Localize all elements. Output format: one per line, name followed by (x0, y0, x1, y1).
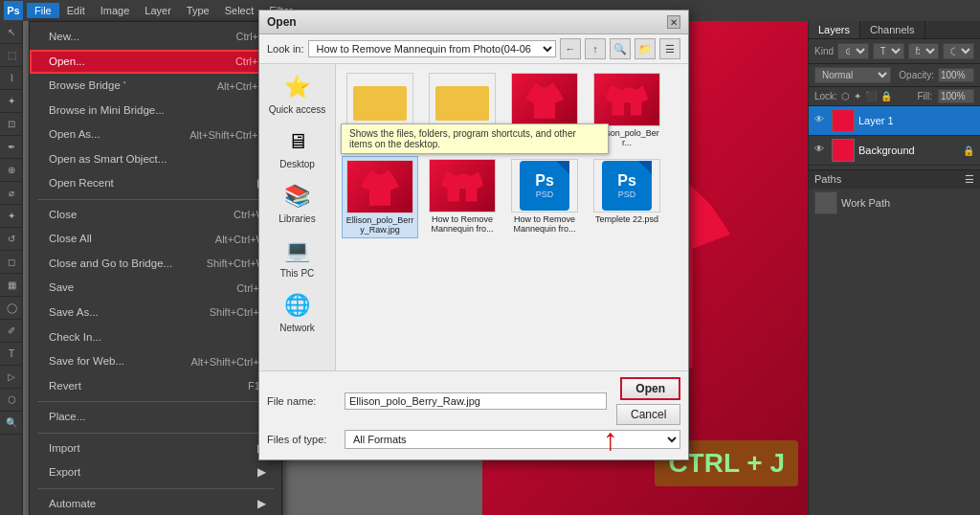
tool-clone[interactable]: ✦ (0, 205, 23, 228)
sidebar-quick-access[interactable]: ⭐ Quick access (263, 72, 331, 115)
layer-item-layer1[interactable]: 👁 Layer 1 (809, 106, 980, 136)
file-how-to-jpg[interactable]: How to Remove Mannequin fro... (424, 156, 501, 238)
filetype-select[interactable]: All Formats (345, 430, 680, 449)
tool-history[interactable]: ↺ (0, 228, 23, 251)
panel-kind-row: Kind ⊙ T fx ⬡ (809, 39, 980, 64)
sidebar-network[interactable]: 🌐 Network (263, 290, 331, 333)
desktop-label: Desktop (279, 159, 315, 169)
lock-icon1[interactable]: ⬡ (841, 91, 850, 101)
menu-import[interactable]: Import ▶ (30, 437, 281, 461)
open-button[interactable]: Open (620, 377, 680, 400)
menu-automate[interactable]: Automate ▶ (30, 492, 281, 515)
sidebar-libraries[interactable]: 📚 Libraries (263, 181, 331, 224)
menu-close-all[interactable]: Close All Alt+Ctrl+W (30, 227, 281, 252)
filetype-row: Files of type: All Formats (267, 430, 680, 449)
tab-layers[interactable]: Layers (809, 21, 860, 38)
kind-t-select[interactable]: T (873, 43, 904, 59)
this-pc-label: This PC (280, 268, 315, 279)
kind-dot-select[interactable]: ⬡ (943, 43, 974, 59)
menu-new[interactable]: New... Ctrl+N (30, 25, 281, 50)
menu-open-smart[interactable]: Open as Smart Object... (30, 147, 281, 172)
sidebar-desktop[interactable]: 🖥 Desktop Shows the files, folders, prog… (263, 126, 331, 169)
menu-layer[interactable]: Layer (137, 3, 179, 18)
file-ellison-raw[interactable]: Ellison_polo_Berry_Raw.jpg (342, 156, 418, 238)
path-work-path[interactable]: Work Path (809, 189, 980, 217)
layer1-eye-icon[interactable]: 👁 (814, 114, 828, 127)
menu-browse-bridge[interactable]: Browse Bridge ' Alt+Ctrl+O (30, 74, 281, 99)
sep4 (37, 488, 274, 489)
tool-dodge[interactable]: ◯ (0, 297, 23, 320)
menu-select[interactable]: Select (217, 3, 262, 18)
menu-revert[interactable]: Revert F12 (30, 374, 281, 399)
tool-heal[interactable]: ⊕ (0, 159, 23, 182)
lock-icon4[interactable]: 🔒 (880, 91, 892, 101)
dialog-title: Open (267, 15, 297, 29)
nav-view-button[interactable]: ☰ (659, 38, 680, 59)
menu-type[interactable]: Type (179, 3, 217, 18)
layer-mode-select[interactable]: Normal (814, 67, 891, 83)
automate-arrow: ▶ (257, 495, 266, 514)
fill-input[interactable] (938, 89, 974, 103)
done-folder-thumb (346, 73, 413, 126)
tool-path[interactable]: ▷ (0, 366, 23, 389)
nav-search-button[interactable]: 🔍 (610, 38, 631, 59)
menu-check-in[interactable]: Check In... (30, 325, 281, 350)
paths-menu-icon[interactable]: ☰ (965, 173, 974, 186)
tool-shape[interactable]: ⬡ (0, 389, 23, 412)
menu-file[interactable]: File (27, 3, 59, 18)
tool-gradient[interactable]: ▦ (0, 274, 23, 297)
nav-new-folder-button[interactable]: 📁 (635, 38, 656, 59)
file-how-to-psd[interactable]: Ps PSD How to Remove Mannequin fro... (506, 156, 583, 238)
kind-fx-select[interactable]: fx (908, 43, 940, 59)
menu-export[interactable]: Export ▶ (30, 460, 281, 485)
background-eye-icon[interactable]: 👁 (814, 144, 828, 157)
dialog-close-button[interactable]: ✕ (667, 15, 680, 29)
tool-eyedropper[interactable]: ✒ (0, 136, 23, 159)
file-template-psd[interactable]: Ps PSD Templete 22.psd (589, 156, 665, 238)
menu-close[interactable]: Close Ctrl+W (30, 203, 281, 228)
shirt-svg-howto (441, 165, 483, 207)
tool-magic[interactable]: ✦ (0, 90, 23, 113)
menu-open[interactable]: Open... Ctrl+O (30, 50, 281, 75)
menu-browse-mini[interactable]: Browse in Mini Bridge... (30, 99, 281, 123)
menu-save-web-label: Save for Web... (49, 352, 124, 371)
file-menu-dropdown: New... Ctrl+N Open... Ctrl+O Browse Brid… (29, 21, 282, 515)
sidebar-this-pc[interactable]: 💻 This PC (263, 235, 331, 279)
paths-label: Paths (814, 173, 841, 186)
opacity-input[interactable] (938, 68, 974, 82)
tool-eraser[interactable]: ◻ (0, 251, 23, 274)
look-in-select[interactable]: How to Remove Mannequin from Photo(04-06 (308, 40, 556, 57)
tool-select[interactable]: ⬚ (0, 44, 23, 67)
opacity-label: Opacity: (899, 70, 934, 80)
layer-item-background[interactable]: 👁 Background 🔒 (809, 136, 980, 166)
tool-pen[interactable]: ✐ (0, 320, 23, 343)
dialog-footer: File name: Open Cancel Files of type: Al… (259, 370, 688, 459)
menu-image[interactable]: Image (93, 3, 138, 18)
menu-place[interactable]: Place... (30, 405, 281, 430)
lock-icon3[interactable]: ⬛ (865, 91, 877, 101)
menu-save-as[interactable]: Save As... Shift+Ctrl+S (30, 301, 281, 325)
kind-icon-select[interactable]: ⊙ (837, 43, 869, 59)
tool-move[interactable]: ↖ (0, 21, 23, 44)
menu-save-web[interactable]: Save for Web... Alt+Shift+Ctrl+S (30, 349, 281, 374)
tool-brush[interactable]: ⌀ (0, 182, 23, 205)
nav-back-button[interactable]: ← (560, 38, 581, 59)
tool-zoom[interactable]: 🔍 (0, 412, 23, 435)
cancel-button[interactable]: Cancel (616, 404, 680, 425)
nav-up-button[interactable]: ↑ (585, 38, 606, 59)
filename-input[interactable] (345, 392, 607, 410)
tool-lasso[interactable]: ⌇ (0, 67, 23, 90)
menu-edit[interactable]: Edit (59, 3, 93, 18)
menu-open-recent[interactable]: Open Recent ▶ (30, 171, 281, 196)
menu-open-as[interactable]: Open As... Alt+Shift+Ctrl+O (30, 123, 281, 147)
menu-save[interactable]: Save Ctrl+S (30, 276, 281, 301)
lock-icon2[interactable]: ✦ (854, 91, 861, 101)
this-pc-icon: 💻 (280, 235, 315, 266)
lock-row: Lock: ⬡ ✦ ⬛ 🔒 Fill: (809, 87, 980, 106)
menu-export-label: Export (49, 463, 80, 482)
right-panel: Layers Channels Kind ⊙ T fx ⬡ Normal Opa… (808, 21, 980, 515)
tool-crop[interactable]: ⊡ (0, 113, 23, 136)
tool-type[interactable]: T (0, 343, 23, 366)
tab-channels[interactable]: Channels (860, 21, 924, 38)
menu-close-bridge[interactable]: Close and Go to Bridge... Shift+Ctrl+W (30, 252, 281, 277)
